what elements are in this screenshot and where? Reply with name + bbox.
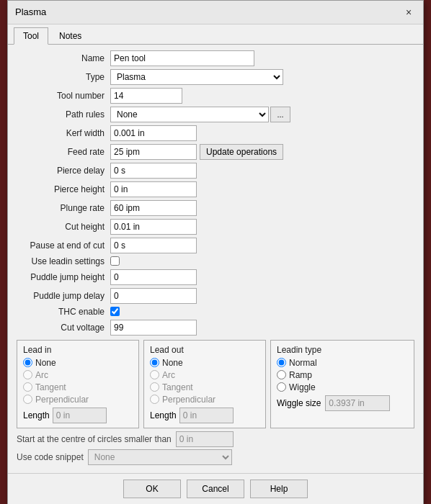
lead-out-tangent-row: Tangent	[150, 382, 259, 392]
puddle-jump-delay-label: Puddle jump delay	[17, 291, 110, 301]
pause-at-end-row: Pause at end of cut	[17, 238, 414, 253]
thc-enable-label: THC enable	[17, 307, 110, 317]
lead-out-none-label: None	[162, 358, 183, 368]
tool-number-row: Tool number	[17, 88, 414, 104]
lead-in-tangent-label: Tangent	[35, 382, 66, 392]
lead-out-title: Lead out	[150, 345, 259, 355]
use-code-snippet-select[interactable]: None	[88, 449, 232, 465]
lead-out-perpendicular-label: Perpendicular	[162, 395, 216, 405]
lead-in-none-label: None	[35, 358, 56, 368]
cut-voltage-row: Cut voltage	[17, 320, 414, 336]
cut-voltage-input[interactable]	[110, 320, 197, 336]
lead-sections: Lead in None Arc Tangent Perpendicular	[17, 340, 414, 428]
pierce-height-row: Pierce height	[17, 181, 414, 197]
pierce-height-input[interactable]	[110, 181, 197, 197]
name-input[interactable]	[110, 50, 254, 66]
use-code-snippet-label: Use code snippet	[17, 452, 84, 462]
lead-out-arc-radio[interactable]	[150, 370, 159, 379]
start-circles-row: Start at the centre of circles smaller t…	[17, 431, 414, 447]
cut-height-row: Cut height	[17, 219, 414, 235]
cut-height-label: Cut height	[17, 222, 110, 232]
lead-in-arc-row: Arc	[23, 370, 133, 380]
lead-out-section: Lead out None Arc Tangent Perpendicular	[143, 340, 266, 428]
lead-out-tangent-radio[interactable]	[150, 382, 159, 392]
lead-out-length-row: Length	[150, 408, 259, 423]
ok-button[interactable]: OK	[123, 480, 181, 498]
puddle-jump-delay-input[interactable]	[110, 288, 197, 304]
pierce-height-label: Pierce height	[17, 184, 110, 194]
bottom-section: Start at the centre of circles smaller t…	[17, 431, 414, 465]
plunge-rate-input[interactable]	[110, 200, 197, 216]
type-label: Type	[17, 72, 110, 82]
path-rules-row: Path rules None ...	[17, 107, 414, 122]
help-button[interactable]: Help	[250, 480, 308, 498]
use-leadin-checkbox[interactable]	[110, 256, 120, 266]
leadin-type-section: Leadin type Normal Ramp Wiggle Wiggle si…	[270, 340, 414, 428]
pierce-delay-input[interactable]	[110, 163, 197, 179]
lead-out-perpendicular-radio[interactable]	[150, 395, 159, 404]
pierce-delay-row: Pierce delay	[17, 163, 414, 179]
path-rules-dots-button[interactable]: ...	[270, 107, 290, 122]
lead-in-length-input[interactable]	[53, 408, 107, 423]
dialog-title: Plasma	[15, 6, 46, 17]
tab-notes[interactable]: Notes	[50, 27, 91, 44]
lead-in-tangent-row: Tangent	[23, 382, 133, 392]
lead-in-length-label: Length	[23, 410, 50, 420]
lead-out-length-label: Length	[150, 410, 177, 420]
start-circles-label: Start at the centre of circles smaller t…	[17, 434, 172, 444]
thc-enable-row: THC enable	[17, 307, 414, 317]
plasma-dialog: Plasma × Tool Notes Name Type Plasma Las…	[7, 0, 424, 504]
use-leadin-label: Use leadin settings	[17, 256, 110, 266]
cancel-button[interactable]: Cancel	[187, 480, 244, 498]
lead-out-none-radio[interactable]	[150, 358, 159, 367]
leadin-type-normal-radio[interactable]	[277, 358, 286, 367]
leadin-type-normal-label: Normal	[289, 358, 317, 368]
plunge-rate-label: Plunge rate	[17, 203, 110, 213]
feed-rate-input[interactable]	[110, 144, 197, 160]
lead-in-length-row: Length	[23, 408, 133, 423]
leadin-type-title: Leadin type	[277, 345, 408, 355]
leadin-type-wiggle-radio[interactable]	[277, 382, 286, 392]
plunge-rate-row: Plunge rate	[17, 200, 414, 216]
wiggle-size-input[interactable]	[325, 395, 390, 411]
lead-out-tangent-label: Tangent	[162, 382, 193, 392]
tool-number-label: Tool number	[17, 91, 110, 101]
tool-number-input[interactable]	[110, 88, 182, 104]
puddle-jump-height-row: Puddle jump height	[17, 269, 414, 285]
name-row: Name	[17, 50, 414, 66]
update-operations-button[interactable]: Update operations	[200, 144, 283, 160]
use-code-snippet-row: Use code snippet None	[17, 449, 414, 465]
path-rules-label: Path rules	[17, 109, 110, 120]
tab-bar: Tool Notes	[8, 24, 423, 45]
puddle-jump-height-input[interactable]	[110, 269, 197, 285]
type-select[interactable]: Plasma Laser Waterjet	[110, 69, 283, 85]
lead-out-length-input[interactable]	[179, 408, 234, 423]
kerf-width-input[interactable]	[110, 125, 197, 141]
wiggle-size-label: Wiggle size	[277, 398, 321, 408]
cut-height-input[interactable]	[110, 219, 197, 235]
use-leadin-row: Use leadin settings	[17, 256, 414, 266]
wiggle-size-row: Wiggle size	[277, 395, 408, 411]
path-rules-select[interactable]: None	[110, 107, 269, 122]
pierce-delay-label: Pierce delay	[17, 166, 110, 176]
lead-in-arc-radio[interactable]	[23, 370, 32, 379]
leadin-type-ramp-label: Ramp	[289, 370, 312, 380]
pause-at-end-input[interactable]	[110, 238, 197, 253]
leadin-type-ramp-radio[interactable]	[277, 370, 286, 379]
tab-tool[interactable]: Tool	[14, 27, 48, 45]
feed-rate-row: Feed rate Update operations	[17, 144, 414, 160]
close-button[interactable]: ×	[401, 5, 416, 19]
lead-out-perpendicular-row: Perpendicular	[150, 395, 259, 405]
name-label: Name	[17, 53, 110, 63]
cut-voltage-label: Cut voltage	[17, 323, 110, 333]
lead-in-tangent-radio[interactable]	[23, 382, 32, 392]
start-circles-input[interactable]	[176, 431, 234, 447]
lead-in-perpendicular-radio[interactable]	[23, 395, 32, 404]
type-row: Type Plasma Laser Waterjet	[17, 69, 414, 85]
pause-at-end-label: Pause at end of cut	[17, 240, 110, 251]
lead-in-none-row: None	[23, 358, 133, 368]
lead-out-arc-row: Arc	[150, 370, 259, 380]
thc-enable-checkbox[interactable]	[110, 307, 120, 316]
lead-in-none-radio[interactable]	[23, 358, 32, 367]
lead-in-title: Lead in	[23, 345, 133, 355]
